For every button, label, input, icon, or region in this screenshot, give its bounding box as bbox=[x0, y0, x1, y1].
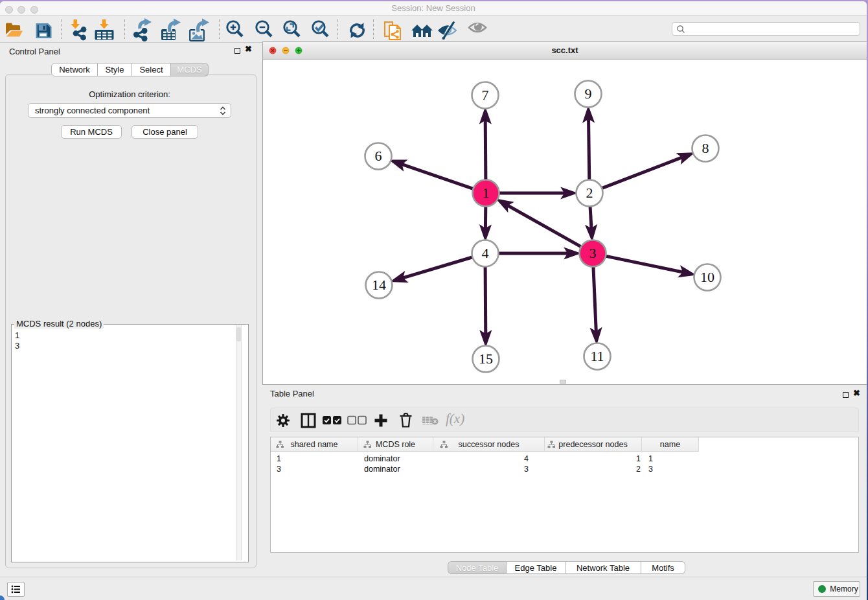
svg-text:10: 10 bbox=[700, 269, 714, 285]
svg-text:2: 2 bbox=[586, 185, 593, 201]
svg-text:7: 7 bbox=[482, 87, 489, 103]
svg-text:9: 9 bbox=[585, 86, 592, 102]
svg-text:4: 4 bbox=[482, 245, 489, 261]
svg-text:11: 11 bbox=[590, 348, 604, 364]
svg-text:8: 8 bbox=[702, 140, 709, 156]
svg-text:14: 14 bbox=[372, 277, 386, 293]
svg-text:15: 15 bbox=[479, 351, 493, 367]
svg-text:3: 3 bbox=[589, 245, 597, 261]
svg-text:6: 6 bbox=[375, 148, 382, 164]
svg-text:1: 1 bbox=[483, 185, 490, 201]
